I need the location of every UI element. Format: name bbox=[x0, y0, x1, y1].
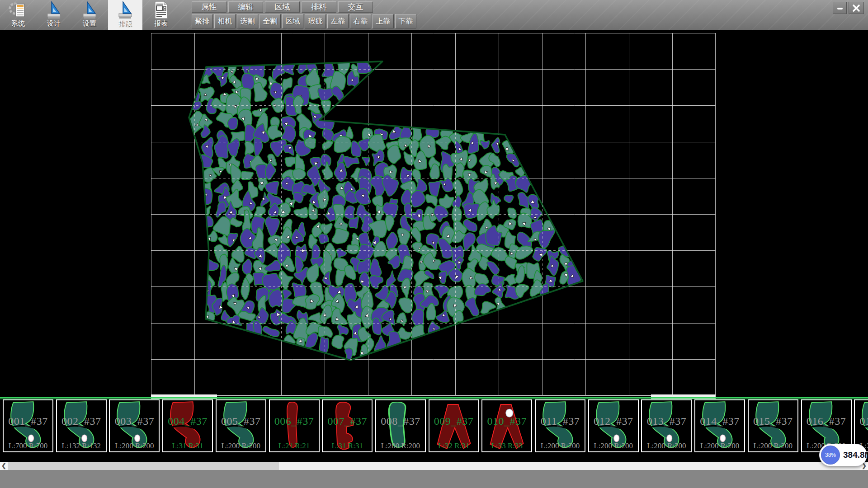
piece-lr-count: L:700 R:700 bbox=[4, 441, 52, 450]
scrollbar-thumb[interactable] bbox=[8, 462, 279, 470]
report-icon bbox=[144, 0, 178, 19]
piece-lr-count: L:200 R:200 bbox=[695, 441, 744, 450]
status-badge: 38% 384.8M bbox=[819, 444, 867, 466]
action-下靠-9[interactable]: 下靠 bbox=[395, 14, 416, 28]
thumbnail-cell-005_#37[interactable]: 005_#37L:200 R:200 bbox=[216, 399, 266, 452]
piece-lr-count: L:33 R:33 bbox=[482, 441, 531, 450]
window-hscrollbar[interactable]: ❮ ❯ bbox=[0, 462, 868, 470]
piece-label: 007_#37 bbox=[323, 415, 372, 427]
piece-lr-count: L:31 R:31 bbox=[163, 441, 212, 450]
piece-label: 009_#37 bbox=[429, 415, 478, 427]
action-相机-1[interactable]: 相机 bbox=[214, 14, 236, 28]
ruler-icon bbox=[72, 0, 107, 19]
piece-label: 001_#37 bbox=[4, 415, 52, 427]
piece-lr-count: L:21 R:21 bbox=[270, 441, 319, 450]
action-瑕疵-5[interactable]: 瑕疵 bbox=[305, 14, 326, 28]
thumbnail-cell-004_#37[interactable]: 004_#37L:31 R:31 bbox=[162, 399, 213, 452]
piece-label: 015_#37 bbox=[749, 415, 797, 427]
piece-label: 006_#37 bbox=[270, 415, 319, 427]
thumbnail-cell-008_#37[interactable]: 008_#37L:200 R:200 bbox=[375, 399, 426, 452]
app-window: { "toolbar": { "tabs": [ {"label": "系统",… bbox=[0, 0, 868, 488]
thumbnail-cell-001_#37[interactable]: 001_#37L:700 R:700 bbox=[3, 399, 53, 452]
thumbnail-cell-009_#37[interactable]: 009_#37L:32 R:31 bbox=[429, 399, 479, 452]
menu-区域[interactable]: 区域 bbox=[265, 1, 300, 13]
progress-percent-badge: 38% bbox=[821, 446, 840, 465]
menu-属性[interactable]: 属性 bbox=[192, 1, 226, 13]
tab-报表[interactable]: 报表 bbox=[144, 0, 178, 30]
tab-设置[interactable]: 设置 bbox=[72, 0, 107, 30]
piece-lr-count: L:200 R:200 bbox=[589, 441, 638, 450]
menu-编辑[interactable]: 编辑 bbox=[228, 1, 263, 13]
tab-label: 排版 bbox=[108, 19, 142, 28]
tab-label: 设置 bbox=[72, 19, 107, 28]
tab-排版[interactable]: 排版 bbox=[108, 0, 142, 30]
thumbnail-cell-011_#37[interactable]: 011_#37L:200 R:200 bbox=[535, 399, 585, 452]
piece-label: 012_#37 bbox=[589, 415, 638, 427]
thumbnail-cell-003_#37[interactable]: 003_#37L:200 R:200 bbox=[109, 399, 160, 452]
ruler-icon bbox=[108, 0, 142, 19]
tab-系统[interactable]: 系统 bbox=[1, 0, 35, 30]
piece-lr-count: L:200 R:200 bbox=[217, 441, 265, 450]
thumbnail-cell-002_#37[interactable]: 002_#37L:132 R:132 bbox=[56, 399, 107, 452]
action-聚排-0[interactable]: 聚排 bbox=[192, 14, 213, 28]
close-button[interactable] bbox=[849, 2, 864, 14]
piece-label: 016_#37 bbox=[802, 415, 851, 427]
thumbnail-cell-007_#37[interactable]: 007_#37L:31 R:31 bbox=[322, 399, 373, 452]
menu-交互[interactable]: 交互 bbox=[338, 1, 373, 13]
piece-label: 002_#37 bbox=[57, 415, 106, 427]
piece-label: 003_#37 bbox=[110, 415, 159, 427]
piece-lr-count: L:200 R:200 bbox=[110, 441, 159, 450]
tab-label: 设计 bbox=[37, 19, 71, 28]
thumbnail-cell-013_#37[interactable]: 013_#37L:200 R:200 bbox=[641, 399, 692, 452]
piece-lr-count: L:31 R:31 bbox=[323, 441, 372, 450]
gear-notepad-icon bbox=[1, 0, 35, 19]
tab-label: 系统 bbox=[1, 19, 35, 28]
piece-label: 017_#37 bbox=[855, 415, 868, 427]
thumbnail-cell-010_#37[interactable]: 010_#37L:33 R:33 bbox=[481, 399, 532, 452]
action-选割-2[interactable]: 选割 bbox=[237, 14, 258, 28]
action-全割-3[interactable]: 全割 bbox=[259, 14, 281, 28]
piece-lr-count: L:200 R:200 bbox=[376, 441, 425, 450]
thumbnail-cell-012_#37[interactable]: 012_#37L:200 R:200 bbox=[588, 399, 639, 452]
tab-设计[interactable]: 设计 bbox=[37, 0, 71, 30]
canvas-hscrollbar-track[interactable] bbox=[217, 395, 651, 396]
close-icon bbox=[852, 4, 860, 12]
thumbnail-cell-006_#37[interactable]: 006_#37L:21 R:21 bbox=[269, 399, 320, 452]
footer-bar bbox=[0, 470, 868, 488]
piece-lr-count: L:132 R:132 bbox=[57, 441, 106, 450]
piece-label: 013_#37 bbox=[642, 415, 691, 427]
toolbar: 系统设计设置排版报表 属性编辑区域排料交互 聚排相机选割全割区域瑕疵左靠右靠上靠… bbox=[0, 0, 868, 30]
minimize-icon bbox=[836, 5, 844, 12]
memory-usage-label: 384.8M bbox=[843, 444, 868, 466]
piece-label: 004_#37 bbox=[163, 415, 212, 427]
tab-label: 报表 bbox=[144, 19, 178, 28]
nesting-canvas[interactable] bbox=[151, 33, 716, 395]
thumbnail-strip-separator bbox=[0, 397, 868, 399]
thumbnail-cell-015_#37[interactable]: 015_#37L:200 R:200 bbox=[748, 399, 798, 452]
menu-排料[interactable]: 排料 bbox=[302, 1, 336, 13]
piece-lr-count: L:200 R:200 bbox=[749, 441, 797, 450]
action-区域-4[interactable]: 区域 bbox=[282, 14, 303, 28]
action-上靠-8[interactable]: 上靠 bbox=[373, 14, 394, 28]
piece-lr-count: L:32 R:31 bbox=[429, 441, 478, 450]
thumbnail-cell-014_#37[interactable]: 014_#37L:200 R:200 bbox=[694, 399, 745, 452]
piece-lr-count: L:200 R:200 bbox=[642, 441, 691, 450]
piece-label: 011_#37 bbox=[536, 415, 585, 427]
piece-lr-count: L:200 R:200 bbox=[536, 441, 585, 450]
scroll-left-button[interactable]: ❮ bbox=[0, 462, 8, 470]
piece-label: 010_#37 bbox=[482, 415, 531, 427]
piece-label: 005_#37 bbox=[217, 415, 265, 427]
minimize-button[interactable] bbox=[833, 2, 847, 14]
action-左靠-6[interactable]: 左靠 bbox=[327, 14, 349, 28]
action-右靠-7[interactable]: 右靠 bbox=[350, 14, 371, 28]
piece-label: 008_#37 bbox=[376, 415, 425, 427]
ruler-icon bbox=[37, 0, 71, 19]
piece-label: 014_#37 bbox=[695, 415, 744, 427]
